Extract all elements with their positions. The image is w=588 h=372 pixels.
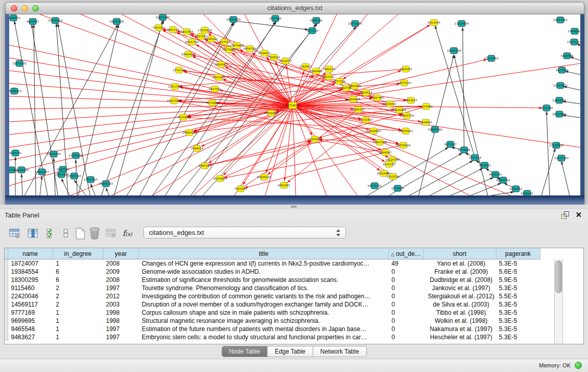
scrollbar-thumb[interactable]: [555, 260, 562, 293]
cell-in_degree[interactable]: 1: [53, 317, 103, 325]
graph-node[interactable]: 16210643: [552, 111, 567, 117]
cell-in_degree[interactable]: 1: [53, 309, 103, 317]
graph-node[interactable]: 20206576: [47, 151, 61, 157]
row-chooser-icon[interactable]: [59, 227, 73, 240]
cell-short[interactable]: Yano et al. (2008): [423, 259, 496, 268]
cell-pagerank[interactable]: 5.3E-5: [496, 309, 540, 317]
graph-node[interactable]: 7563822: [153, 25, 165, 31]
cell-pagerank[interactable]: 5.5E-5: [496, 292, 540, 300]
close-panel-icon[interactable]: ✕: [575, 210, 582, 220]
graph-node[interactable]: 13505115: [67, 173, 81, 179]
cell-out_degree[interactable]: 0: [388, 292, 423, 300]
cell-out_degree[interactable]: 0: [388, 317, 423, 325]
cell-short[interactable]: Jankovic et al. (1997): [423, 284, 496, 292]
graph-node[interactable]: 16039671: [9, 15, 20, 21]
table-row[interactable]: 1456911722003Disruption of a novel membe…: [5, 300, 540, 309]
graph-node[interactable]: 7485063: [400, 66, 412, 72]
cell-in_degree[interactable]: 1: [53, 259, 103, 268]
cell-name[interactable]: 9115460: [8, 284, 53, 292]
cell-short[interactable]: Wolkin et al. (1998): [423, 317, 496, 325]
cell-out_degree[interactable]: 0: [388, 325, 423, 333]
graph-node[interactable]: 16135141: [367, 183, 382, 189]
column-header-year[interactable]: year: [103, 248, 139, 259]
table-row[interactable]: 946362711997Embryonic stem cells: a mode…: [5, 333, 540, 341]
graph-node[interactable]: 12975115: [397, 80, 411, 86]
graph-node[interactable]: 9227343: [556, 67, 569, 73]
cell-title[interactable]: Disruption of a novel member of a sodium…: [139, 300, 388, 309]
cell-year[interactable]: 2003: [103, 300, 139, 309]
network-canvas[interactable]: 1872400775638228660128891295413226058982…: [9, 14, 580, 195]
cell-pagerank[interactable]: 5.3E-5: [496, 300, 540, 309]
graph-node[interactable]: 9479197: [444, 141, 457, 147]
graph-node[interactable]: 11499806: [568, 28, 580, 34]
cell-pagerank[interactable]: 5.3E-5: [496, 333, 540, 341]
tab-node-table[interactable]: Node Table: [222, 346, 268, 357]
table-row[interactable]: 1872400712008Changes of HCN gene express…: [5, 259, 540, 268]
cell-name[interactable]: 9699695: [8, 317, 53, 325]
graph-node[interactable]: 8912954: [181, 29, 193, 35]
graph-node[interactable]: 7857224: [306, 28, 319, 34]
graph-node[interactable]: 13218506: [454, 20, 469, 27]
vertical-scrollbar[interactable]: [554, 259, 563, 344]
graph-node[interactable]: 17957225: [83, 177, 98, 183]
cell-pagerank[interactable]: 5.6E-5: [496, 268, 540, 276]
cell-out_degree[interactable]: 0: [388, 300, 423, 309]
cell-name[interactable]: 9465546: [8, 325, 53, 333]
graph-node[interactable]: 18107554: [167, 98, 181, 104]
graph-node[interactable]: 12213383: [168, 83, 182, 90]
minimize-window-button[interactable]: [21, 5, 28, 12]
column-header-in_degree[interactable]: in_degree: [53, 248, 103, 259]
cell-title[interactable]: Genome-wide association studies in ADHD.: [139, 268, 388, 276]
cell-name[interactable]: 22420046: [8, 292, 53, 300]
graph-node[interactable]: 9815051: [9, 150, 21, 156]
table-row[interactable]: 911546021997Tourette syndrome. Phenomeno…: [5, 284, 540, 292]
cell-year[interactable]: 1998: [103, 309, 139, 317]
cell-short[interactable]: Franke et al. (2009): [423, 268, 496, 276]
graph-node[interactable]: 16958167: [99, 181, 113, 187]
cell-pagerank[interactable]: 5.3E-5: [496, 325, 540, 333]
column-chooser-icon[interactable]: [27, 227, 40, 240]
column-header-name[interactable]: name: [8, 248, 53, 259]
graph-node[interactable]: 9463627: [405, 97, 418, 103]
cell-out_degree[interactable]: 0: [388, 333, 423, 341]
graph-node[interactable]: 20891406: [110, 18, 124, 25]
table-row[interactable]: 969969511998Structural magnetic resonanc…: [5, 317, 540, 325]
graph-node[interactable]: 7625464: [234, 186, 247, 192]
graph-node[interactable]: 7525402: [177, 114, 190, 120]
cell-year[interactable]: 1997: [103, 325, 139, 333]
graph-node[interactable]: 6466160: [310, 17, 323, 24]
graph-node[interactable]: 9733426: [391, 185, 404, 191]
cell-out_degree[interactable]: 0: [388, 268, 423, 276]
graph-node[interactable]: 15998129: [257, 174, 271, 180]
cell-short[interactable]: de Silva et al. (2003): [423, 300, 496, 309]
graph-node[interactable]: 16648784: [447, 48, 461, 54]
cell-short[interactable]: Nakamura et al. (1997): [423, 325, 496, 333]
cell-title[interactable]: Investigating the contribution of common…: [139, 292, 388, 300]
column-header-short[interactable]: short: [423, 248, 496, 259]
graph-node[interactable]: 20531505: [12, 60, 27, 67]
select-rows-icon[interactable]: [44, 227, 57, 240]
graph-node[interactable]: 8990443: [310, 68, 323, 74]
cell-title[interactable]: Corpus callosum shape and size in male p…: [139, 309, 388, 317]
graph-node[interactable]: 9329966: [561, 53, 574, 59]
cell-name[interactable]: 14569117: [8, 300, 53, 309]
cell-in_degree[interactable]: 2: [53, 300, 103, 309]
table-row[interactable]: 2242004622012Investigating the contribut…: [5, 292, 540, 300]
delete-table-icon[interactable]: [88, 227, 101, 240]
window-titlebar[interactable]: citations_edges.txt: [5, 2, 584, 14]
graph-node[interactable]: 16746153: [9, 88, 21, 94]
new-table-icon[interactable]: [74, 227, 87, 240]
table-row[interactable]: 977716911998Corpus callosum shape and si…: [5, 309, 540, 317]
close-window-button[interactable]: [11, 5, 17, 12]
cell-out_degree[interactable]: 0: [388, 276, 423, 284]
graph-node[interactable]: 13942757: [35, 169, 49, 175]
graph-node[interactable]: 10719155: [348, 20, 362, 27]
graph-node[interactable]: 7940272: [323, 66, 336, 72]
graph-node[interactable]: 16405898: [428, 126, 442, 133]
cell-in_degree[interactable]: 1: [53, 333, 103, 341]
cell-title[interactable]: Structural magnetic resonance image aver…: [139, 317, 388, 325]
network-graph[interactable]: 1872400775638228660128891295413226058982…: [9, 14, 580, 195]
cell-pagerank[interactable]: 5.3E-5: [496, 259, 540, 268]
graph-node[interactable]: 19654923: [399, 128, 413, 134]
graph-node[interactable]: 11675339: [554, 155, 569, 161]
